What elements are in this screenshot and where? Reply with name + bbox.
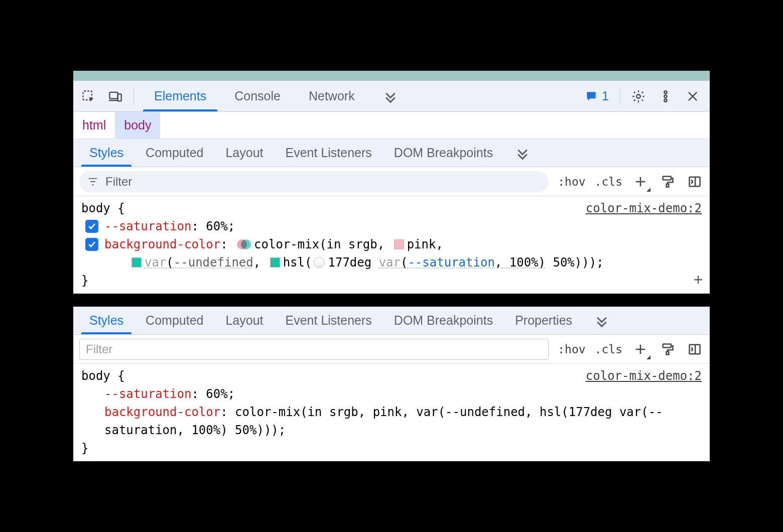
declaration-saturation[interactable]: --saturation: 60%; [81,385,702,403]
paint-format-icon[interactable] [659,340,677,358]
style-rule: body { color-mix-demo:2 --saturation: 60… [73,196,710,294]
subtab-event-listeners[interactable]: Event Listeners [275,139,383,167]
styles-filter-row: Filter :hov .cls [73,167,710,196]
breadcrumb-html[interactable]: html [73,112,115,139]
page-accent-bar [73,71,710,81]
subtab-styles[interactable]: Styles [78,139,135,167]
styles-filter-input[interactable]: Filter [79,171,549,192]
toolbar-separator [134,88,134,105]
rule-selector[interactable]: body { [81,367,125,385]
rule-source-link[interactable]: color-mix-demo:2 [586,367,702,385]
svg-point-6 [664,99,667,101]
subtab-event-listeners[interactable]: Event Listeners [275,307,383,334]
new-style-rule-icon[interactable] [631,173,649,191]
filter-placeholder: Filter [105,175,132,189]
close-devtools-icon[interactable] [681,84,705,108]
svg-point-3 [636,94,640,98]
subtab-properties[interactable]: Properties [504,307,583,334]
filter-icon [87,176,98,187]
svg-rect-10 [663,344,671,347]
subtab-dom-breakpoints[interactable]: DOM Breakpoints [383,307,504,334]
kebab-menu-icon[interactable] [654,84,678,108]
issues-count: 1 [602,89,609,103]
declaration-checkbox[interactable] [85,238,98,251]
device-toolbar-icon[interactable] [103,84,127,108]
hue-ring-icon[interactable] [314,257,325,268]
svg-rect-8 [667,184,669,187]
subtab-dom-breakpoints[interactable]: DOM Breakpoints [383,139,504,167]
settings-gear-icon[interactable] [626,84,650,108]
computed-panel-toggle-icon[interactable] [686,340,704,358]
new-style-rule-icon[interactable] [631,340,649,358]
svg-rect-7 [663,176,671,180]
subtabs-overflow-icon[interactable] [583,307,620,334]
hov-toggle[interactable]: :hov [558,343,585,356]
rule-close-brace: } [81,272,702,290]
color-swatch-teal-icon[interactable] [270,257,280,268]
issues-indicator[interactable]: 1 [580,89,614,103]
color-swatch-pink-icon[interactable] [394,239,404,249]
styles-subtabs: Styles Computed Layout Event Listeners D… [73,307,710,335]
subtabs-overflow-icon[interactable] [504,139,541,167]
subtab-layout[interactable]: Layout [214,307,274,334]
subtab-layout[interactable]: Layout [214,139,274,167]
tab-console[interactable]: Console [220,81,295,111]
rule-selector[interactable]: body { [81,199,125,217]
computed-panel-toggle-icon[interactable] [686,173,704,191]
svg-rect-11 [667,351,669,354]
main-toolbar: Elements Console Network 1 [73,81,710,112]
declaration-background-color-line2[interactable]: var(--undefined, hsl( 177deg var(--satur… [81,253,702,272]
add-declaration-icon[interactable]: + [694,268,703,291]
filter-placeholder: Filter [86,342,112,356]
dom-breadcrumb: html body [73,112,710,139]
tabs-overflow-icon[interactable] [369,81,412,111]
style-rule: body { color-mix-demo:2 --saturation: 60… [73,364,710,461]
paint-format-icon[interactable] [659,173,677,191]
tab-elements[interactable]: Elements [140,81,220,111]
cls-toggle[interactable]: .cls [595,343,622,356]
subtab-styles[interactable]: Styles [78,307,135,334]
styles-subtabs: Styles Computed Layout Event Listeners D… [73,139,710,167]
svg-point-4 [664,91,667,93]
main-tabs: Elements Console Network [140,81,412,111]
declaration-checkbox[interactable] [85,220,98,233]
devtools-panel-plain: Styles Computed Layout Event Listeners D… [73,306,710,462]
devtools-panel-rich: Elements Console Network 1 html body Sty… [73,70,710,294]
declaration-saturation[interactable]: --saturation: 60%; [81,217,702,235]
svg-rect-2 [118,94,121,101]
svg-point-5 [664,95,667,97]
breadcrumb-body[interactable]: body [115,112,160,139]
toolbar-separator [620,88,620,105]
tab-network[interactable]: Network [295,81,369,111]
declaration-background-color[interactable]: background-color: color-mix(in srgb, pin… [81,235,702,253]
inspect-element-icon[interactable] [76,84,100,108]
declaration-background-color[interactable]: background-color: color-mix(in srgb, pin… [81,403,702,439]
color-swatch-teal-icon[interactable] [132,257,142,268]
styles-filter-row: Filter :hov .cls [73,335,710,364]
subtab-computed[interactable]: Computed [135,307,214,334]
rule-close-brace: } [81,439,702,457]
rule-source-link[interactable]: color-mix-demo:2 [586,199,702,217]
hov-toggle[interactable]: :hov [558,175,585,188]
styles-filter-input[interactable]: Filter [79,339,549,360]
subtab-computed[interactable]: Computed [135,139,214,167]
cls-toggle[interactable]: .cls [595,175,622,188]
svg-rect-1 [109,92,117,98]
color-mix-swatch-icon[interactable] [237,238,250,251]
